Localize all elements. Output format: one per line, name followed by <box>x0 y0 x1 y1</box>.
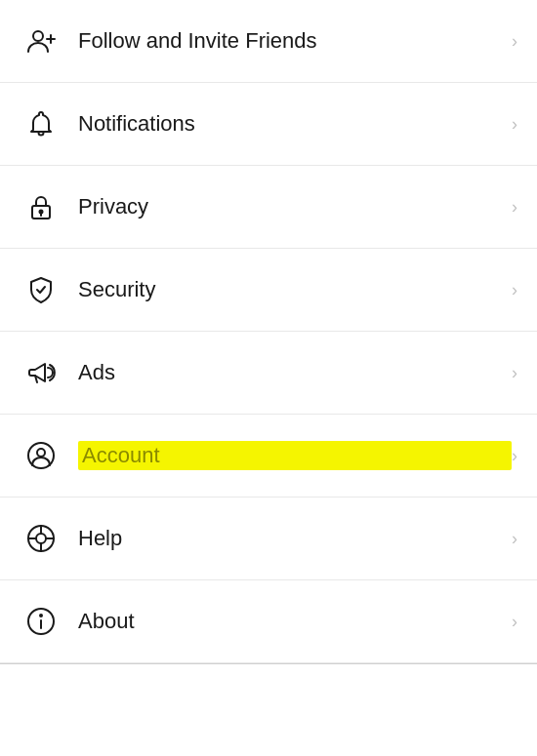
menu-item-account[interactable]: Account › <box>0 415 537 497</box>
svg-point-0 <box>33 31 43 41</box>
menu-label-help: Help <box>78 526 512 551</box>
info-circle-icon <box>20 600 62 643</box>
menu-label-privacy: Privacy <box>78 194 512 219</box>
chevron-icon: › <box>512 114 517 135</box>
help-circle-icon <box>20 517 62 560</box>
settings-menu: Follow and Invite Friends › Notification… <box>0 0 537 663</box>
svg-point-9 <box>36 534 46 543</box>
menu-item-ads[interactable]: Ads › <box>0 332 537 415</box>
menu-label-notifications: Notifications <box>78 111 512 137</box>
shield-check-icon <box>20 268 62 311</box>
bell-icon <box>20 102 62 145</box>
menu-item-privacy[interactable]: Privacy › <box>0 166 537 249</box>
chevron-icon: › <box>512 280 517 300</box>
svg-point-16 <box>40 615 42 617</box>
menu-item-notifications[interactable]: Notifications › <box>0 83 537 166</box>
bottom-divider <box>0 663 537 664</box>
chevron-icon: › <box>512 612 517 632</box>
lock-icon <box>20 185 62 228</box>
add-person-icon <box>20 20 62 62</box>
menu-item-help[interactable]: Help › <box>0 497 537 580</box>
menu-label-about: About <box>78 609 512 634</box>
menu-label-account: Account <box>78 441 512 470</box>
menu-label-security: Security <box>78 277 512 302</box>
menu-item-about[interactable]: About › <box>0 580 537 663</box>
chevron-icon: › <box>512 529 517 549</box>
svg-point-7 <box>37 449 45 457</box>
chevron-icon: › <box>512 363 517 383</box>
chevron-icon: › <box>512 31 517 52</box>
account-circle-icon <box>20 434 62 477</box>
chevron-icon: › <box>512 446 517 466</box>
menu-item-follow-invite[interactable]: Follow and Invite Friends › <box>0 0 537 83</box>
menu-item-security[interactable]: Security › <box>0 249 537 332</box>
ads-icon <box>20 351 62 394</box>
chevron-icon: › <box>512 197 517 218</box>
menu-label-ads: Ads <box>78 360 512 385</box>
menu-label-follow-invite: Follow and Invite Friends <box>78 28 512 54</box>
